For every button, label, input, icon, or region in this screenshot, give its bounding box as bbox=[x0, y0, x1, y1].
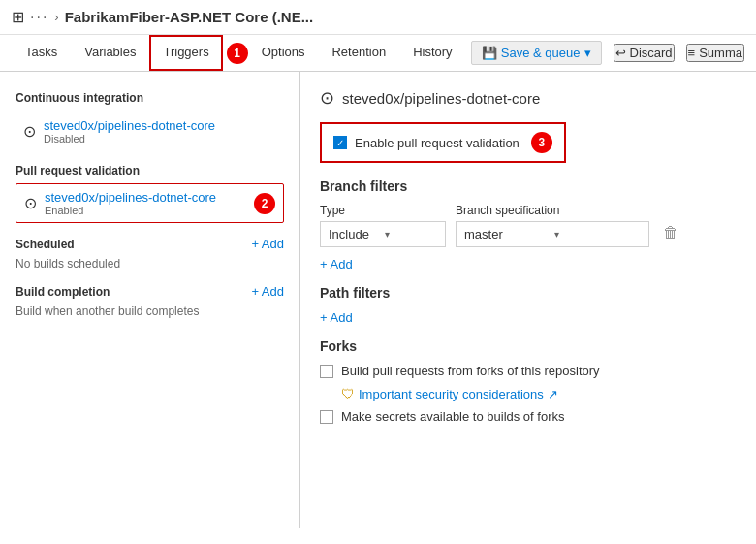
branch-filter-col: Branch specification master ▾ bbox=[456, 204, 649, 247]
ci-item-name: steved0x/pipelines-dotnet-core bbox=[44, 118, 215, 133]
forks-heading: Forks bbox=[320, 338, 737, 354]
nav-actions: 💾 Save & queue ▾ ↩ Discard ≡ Summa bbox=[471, 41, 744, 65]
tab-triggers[interactable]: Triggers bbox=[149, 35, 222, 71]
secrets-checkbox-row: Make secrets available to builds of fork… bbox=[320, 409, 737, 424]
tab-variables[interactable]: Variables bbox=[71, 35, 149, 71]
forks-checkbox-label: Build pull requests from forks of this r… bbox=[341, 364, 600, 378]
save-icon: 💾 bbox=[482, 46, 497, 60]
pr-item-name: steved0x/pipelines-dotnet-core bbox=[45, 190, 216, 205]
type-value: Include bbox=[329, 227, 381, 241]
breadcrumb-dots[interactable]: ··· bbox=[30, 9, 48, 26]
branch-filters-heading: Branch filters bbox=[320, 178, 737, 194]
tab-triggers-badge: 1 bbox=[227, 43, 248, 64]
ci-item-status: Disabled bbox=[44, 133, 215, 144]
pr-repo-icon: ⊙ bbox=[24, 194, 37, 212]
type-label: Type bbox=[320, 204, 446, 217]
shield-icon: 🛡 bbox=[341, 386, 355, 401]
forks-checkbox-row: Build pull requests from forks of this r… bbox=[320, 364, 737, 378]
enable-pr-label: Enable pull request validation bbox=[355, 136, 520, 150]
security-link[interactable]: 🛡 Important security considerations ↗ bbox=[341, 386, 737, 401]
undo-icon: ↩ bbox=[615, 46, 626, 60]
pr-item-status: Enabled bbox=[45, 205, 216, 216]
right-panel: ⊙ steved0x/pipelines-dotnet-core Enable … bbox=[300, 72, 756, 528]
pr-badge: 2 bbox=[254, 193, 275, 214]
scheduled-add-link[interactable]: + Add bbox=[251, 237, 284, 251]
branch-select[interactable]: master ▾ bbox=[456, 221, 649, 247]
nav-tabs: Tasks Variables Triggers 1 Options Reten… bbox=[0, 35, 756, 72]
scheduled-section-title: Scheduled bbox=[16, 238, 75, 251]
top-bar: ⊞ ··· › FabrikamFiber-ASP.NET Core (.NE.… bbox=[0, 0, 756, 35]
summary-button[interactable]: ≡ Summa bbox=[686, 44, 744, 62]
branch-label: Branch specification bbox=[456, 204, 649, 217]
page-title: FabrikamFiber-ASP.NET Core (.NE... bbox=[65, 9, 313, 25]
build-completion-section-header: Build completion + Add bbox=[16, 284, 284, 299]
type-select[interactable]: Include ▾ bbox=[320, 221, 446, 247]
ci-trigger-item[interactable]: ⊙ steved0x/pipelines-dotnet-core Disable… bbox=[16, 112, 284, 150]
main-content: Continuous integration ⊙ steved0x/pipeli… bbox=[0, 72, 756, 528]
build-completion-desc: Build when another build completes bbox=[16, 304, 284, 318]
ci-repo-icon: ⊙ bbox=[23, 122, 36, 141]
delete-filter-button[interactable]: 🗑 bbox=[659, 220, 682, 245]
external-link-icon: ↗ bbox=[548, 387, 558, 401]
pr-section-header: Pull request validation bbox=[16, 164, 284, 177]
no-builds-text: No builds scheduled bbox=[16, 257, 284, 271]
build-completion-title: Build completion bbox=[16, 285, 110, 299]
repo-header: ⊙ steved0x/pipelines-dotnet-core bbox=[320, 87, 737, 109]
enable-pr-badge: 3 bbox=[531, 132, 552, 153]
branch-add-link[interactable]: + Add bbox=[320, 257, 737, 272]
security-link-text: Important security considerations bbox=[359, 387, 544, 401]
type-chevron-icon: ▾ bbox=[385, 229, 437, 240]
tab-retention[interactable]: Retention bbox=[318, 35, 399, 71]
secrets-label: Make secrets available to builds of fork… bbox=[341, 409, 565, 424]
menu-icon: ≡ bbox=[688, 46, 696, 60]
pr-trigger-item[interactable]: ⊙ steved0x/pipelines-dotnet-core Enabled… bbox=[16, 183, 284, 223]
tab-tasks[interactable]: Tasks bbox=[12, 35, 71, 71]
branch-value: master bbox=[464, 227, 551, 241]
left-panel: Continuous integration ⊙ steved0x/pipeli… bbox=[0, 72, 300, 528]
secrets-checkbox[interactable] bbox=[320, 410, 333, 424]
enable-pr-checkbox[interactable] bbox=[333, 136, 347, 149]
enable-pr-container[interactable]: Enable pull request validation 3 bbox=[320, 122, 566, 163]
type-filter-col: Type Include ▾ bbox=[320, 204, 446, 247]
filters-row: Type Include ▾ Branch specification mast… bbox=[320, 204, 737, 247]
forks-checkbox[interactable] bbox=[320, 365, 333, 378]
branch-chevron-icon: ▾ bbox=[554, 229, 641, 240]
ci-section-title: Continuous integration bbox=[16, 91, 284, 105]
right-repo-name: steved0x/pipelines-dotnet-core bbox=[342, 90, 540, 107]
path-add-link[interactable]: + Add bbox=[320, 310, 737, 325]
app-icon: ⊞ bbox=[12, 8, 24, 26]
tab-options[interactable]: Options bbox=[248, 35, 319, 71]
save-chevron-icon: ▾ bbox=[584, 46, 591, 60]
pr-section-title: Pull request validation bbox=[16, 164, 140, 177]
path-filters-section: Path filters + Add bbox=[320, 285, 737, 325]
breadcrumb-chevron: › bbox=[54, 10, 58, 24]
right-repo-icon: ⊙ bbox=[320, 87, 334, 109]
discard-button[interactable]: ↩ Discard bbox=[614, 44, 675, 62]
forks-section: Forks Build pull requests from forks of … bbox=[320, 338, 737, 424]
build-completion-add-link[interactable]: + Add bbox=[251, 284, 284, 299]
tab-history[interactable]: History bbox=[399, 35, 465, 71]
scheduled-section-header: Scheduled + Add bbox=[16, 237, 284, 251]
path-filters-heading: Path filters bbox=[320, 285, 737, 301]
save-queue-button[interactable]: 💾 Save & queue ▾ bbox=[471, 41, 602, 65]
